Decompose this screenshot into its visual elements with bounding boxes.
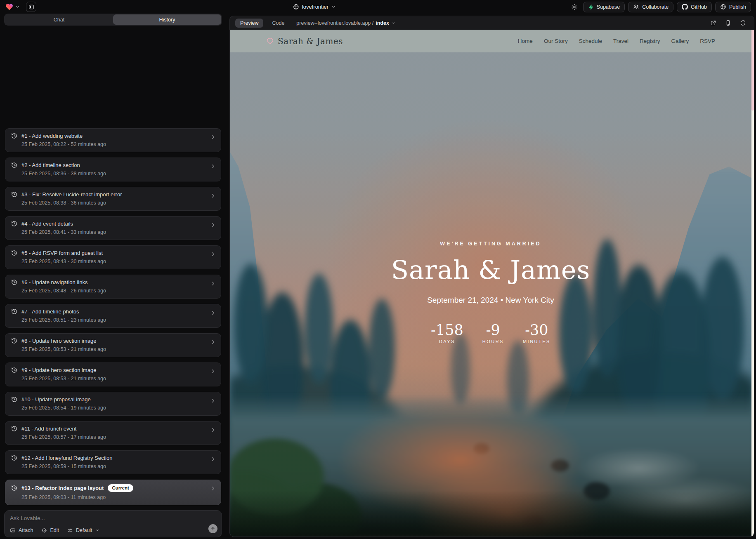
history-icon [11, 191, 17, 198]
countdown: -158 DAYS -9 HOURS -30 MINUTES [230, 323, 751, 344]
sidebar: Chat History #1 - Add wedding website 25… [2, 14, 224, 537]
globe-icon [293, 4, 299, 10]
chevron-right-icon [210, 427, 216, 433]
chevron-right-icon [210, 251, 216, 257]
chevron-down-icon [331, 5, 336, 9]
lovable-logo-menu[interactable] [5, 2, 20, 11]
current-badge: Current [108, 484, 133, 492]
hero-subtitle: September 21, 2024 • New York City [230, 296, 751, 305]
sidebar-toggle-button[interactable] [26, 2, 36, 12]
lovable-heart-icon [5, 2, 14, 11]
history-item[interactable]: #12 - Add Honeyfund Registry Section 25 … [5, 450, 221, 474]
history-item[interactable]: #11 - Add brunch event 25 Feb 2025, 08:5… [5, 421, 221, 445]
chevron-right-icon [210, 193, 216, 199]
history-item[interactable]: #6 - Update navigation links 25 Feb 2025… [5, 275, 221, 299]
history-item[interactable]: #3 - Fix: Resolve Lucide-react import er… [5, 187, 221, 211]
chevron-right-icon [210, 222, 216, 228]
history-icon [11, 279, 17, 285]
tab-code[interactable]: Code [269, 19, 288, 28]
chevron-down-icon [95, 528, 99, 532]
tab-preview[interactable]: Preview [235, 19, 263, 28]
history-icon [11, 133, 17, 139]
prompt-composer: Attach Edit Default [4, 510, 222, 537]
history-item[interactable]: #5 - Add RSVP form and guest list 25 Feb… [5, 245, 221, 269]
tab-history[interactable]: History [113, 14, 221, 25]
nav-link-travel[interactable]: Travel [613, 38, 628, 44]
history-item[interactable]: #4 - Add event details 25 Feb 2025, 08:4… [5, 216, 221, 240]
history-icon [11, 455, 17, 461]
tab-chat[interactable]: Chat [5, 14, 113, 25]
history-item[interactable]: #7 - Add timeline photos 25 Feb 2025, 08… [5, 304, 221, 328]
open-in-new-tab-icon[interactable] [710, 20, 716, 26]
edit-select-button[interactable]: Edit [41, 527, 59, 533]
history-item[interactable]: #1 - Add wedding website 25 Feb 2025, 08… [5, 128, 221, 152]
nav-link-registry[interactable]: Registry [640, 38, 660, 44]
nav-link-our-story[interactable]: Our Story [544, 38, 568, 44]
prompt-input[interactable] [10, 515, 175, 521]
github-icon [682, 4, 688, 10]
nav-link-gallery[interactable]: Gallery [671, 38, 689, 44]
countdown-hours: -9 HOURS [482, 323, 504, 344]
chevron-right-icon [210, 456, 216, 462]
hero-content: WE'RE GETTING MARRIED Sarah & James Sept… [230, 241, 751, 344]
history-icon [11, 367, 17, 373]
history-icon [11, 338, 17, 344]
nav-link-rsvp[interactable]: RSVP [700, 38, 715, 44]
history-icon [11, 308, 17, 315]
history-icon [11, 426, 17, 432]
site-scrollbar-thumb[interactable] [751, 30, 754, 111]
history-list: #1 - Add wedding website 25 Feb 2025, 08… [4, 26, 222, 510]
site-header: Sarah & James Home Our Story Schedule Tr… [230, 30, 751, 52]
chat-history-tabs: Chat History [4, 14, 222, 26]
history-item[interactable]: #8 - Update hero section image 25 Feb 20… [5, 333, 221, 357]
preview-panel: Preview Code preview--lovefrontier.lovab… [229, 16, 754, 537]
history-icon [11, 250, 17, 256]
history-icon [11, 396, 17, 402]
chevron-right-icon [210, 485, 216, 492]
chevron-down-icon [391, 21, 395, 25]
site-scrollbar [751, 30, 754, 537]
countdown-days: -158 DAYS [431, 323, 463, 344]
panel-left-icon [28, 4, 34, 10]
history-item[interactable]: #9 - Update hero section image 25 Feb 20… [5, 362, 221, 386]
hero-title: Sarah & James [230, 255, 751, 285]
heart-icon [266, 37, 274, 45]
history-icon [11, 221, 17, 227]
preview-url-selector[interactable]: preview--lovefrontier.lovable.app / inde… [296, 20, 395, 26]
refresh-icon[interactable] [740, 20, 746, 26]
preview-page: index [376, 20, 389, 26]
nav-link-home[interactable]: Home [518, 38, 533, 44]
chevron-right-icon [210, 163, 216, 169]
supabase-icon [588, 4, 594, 10]
collaborate-button[interactable]: Collaborate [628, 2, 673, 12]
site-brand[interactable]: Sarah & James [266, 36, 343, 46]
chevron-right-icon [210, 134, 216, 140]
history-item[interactable]: #2 - Add timeline section 25 Feb 2025, 0… [5, 158, 221, 181]
site-nav: Home Our Story Schedule Travel Registry … [518, 38, 715, 44]
github-button[interactable]: GitHub [677, 2, 712, 12]
history-item-current[interactable]: #13 - Refactor index page layoutCurrent … [5, 480, 221, 505]
countdown-minutes: -30 MINUTES [523, 323, 550, 344]
chevron-right-icon [210, 280, 216, 287]
mode-selector[interactable]: Default [67, 527, 99, 533]
sliders-icon [67, 527, 73, 533]
publish-button[interactable]: Publish [715, 2, 751, 12]
supabase-button[interactable]: Supabase [583, 2, 625, 12]
arrow-up-icon [210, 526, 215, 531]
project-selector[interactable]: lovefrontier [293, 0, 336, 14]
preview-toolbar: Preview Code preview--lovefrontier.lovab… [230, 16, 754, 30]
chevron-right-icon [210, 310, 216, 316]
project-name: lovefrontier [302, 4, 328, 10]
mobile-view-icon[interactable] [725, 20, 731, 26]
history-icon [11, 162, 17, 168]
settings-button[interactable] [569, 2, 580, 12]
history-item[interactable]: #10 - Update proposal image 25 Feb 2025,… [5, 392, 221, 416]
hero-eyebrow: WE'RE GETTING MARRIED [230, 241, 751, 247]
nav-link-schedule[interactable]: Schedule [579, 38, 602, 44]
target-icon [41, 527, 47, 533]
preview-url: preview--lovefrontier.lovable.app / [296, 20, 373, 26]
site-viewport: Sarah & James Home Our Story Schedule Tr… [230, 30, 754, 537]
image-icon [10, 527, 16, 533]
attach-button[interactable]: Attach [10, 527, 33, 533]
send-button[interactable] [208, 524, 217, 533]
